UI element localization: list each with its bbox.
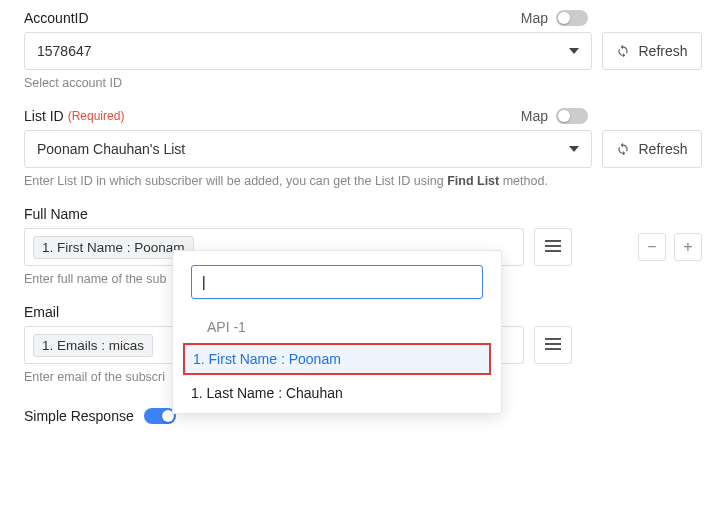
list-required-tag: (Required) [68, 109, 125, 123]
account-refresh-label: Refresh [638, 43, 687, 59]
list-helper-suffix: method. [499, 174, 548, 188]
fullname-field-group: Full Name 1. First Name : Poonam − + Ent… [24, 206, 702, 286]
list-label-row: List ID (Required) Map [24, 108, 702, 124]
account-helper: Select account ID [24, 76, 702, 90]
list-helper-bold: Find List [447, 174, 499, 188]
refresh-icon [616, 43, 630, 60]
hamburger-icon [545, 239, 561, 256]
list-select-value: Poonam Chauhan's List [37, 141, 185, 157]
account-map-area: Map [521, 10, 588, 26]
list-map-toggle[interactable] [556, 108, 588, 124]
account-refresh-button[interactable]: Refresh [602, 32, 702, 70]
variable-picker-popup: API -1 1. First Name : Poonam 1. Last Na… [172, 250, 502, 414]
popup-search-wrap [173, 251, 501, 309]
refresh-icon [616, 141, 630, 158]
popup-search-input[interactable] [191, 265, 483, 299]
caret-down-icon [569, 48, 579, 54]
list-helper: Enter List ID in which subscriber will b… [24, 174, 702, 188]
fullname-right-controls: − + [638, 233, 702, 261]
list-map-label: Map [521, 108, 548, 124]
fullname-label-row: Full Name [24, 206, 702, 222]
list-map-area: Map [521, 108, 588, 124]
caret-down-icon [569, 146, 579, 152]
simple-response-label: Simple Response [24, 408, 134, 424]
popup-option-firstname[interactable]: 1. First Name : Poonam [183, 343, 491, 375]
list-input-row: Poonam Chauhan's List Refresh [24, 130, 702, 168]
hamburger-icon [545, 337, 561, 354]
fullname-chip[interactable]: 1. First Name : Poonam [33, 236, 194, 259]
email-chip[interactable]: 1. Emails : micas [33, 334, 153, 357]
fullname-label: Full Name [24, 206, 88, 222]
account-map-label: Map [521, 10, 548, 26]
account-input-row: 1578647 Refresh [24, 32, 702, 70]
email-menu-button[interactable] [534, 326, 572, 364]
list-refresh-label: Refresh [638, 141, 687, 157]
fullname-menu-button[interactable] [534, 228, 572, 266]
list-field-group: List ID (Required) Map Poonam Chauhan's … [24, 108, 702, 188]
account-label: AccountID [24, 10, 89, 26]
simple-response-toggle[interactable] [144, 408, 176, 424]
account-map-toggle[interactable] [556, 10, 588, 26]
list-refresh-button[interactable]: Refresh [602, 130, 702, 168]
email-label: Email [24, 304, 59, 320]
add-button[interactable]: + [674, 233, 702, 261]
list-label: List ID [24, 108, 64, 124]
account-label-row: AccountID Map [24, 10, 702, 26]
popup-option-lastname[interactable]: 1. Last Name : Chauhan [173, 377, 501, 409]
list-select[interactable]: Poonam Chauhan's List [24, 130, 592, 168]
list-helper-prefix: Enter List ID in which subscriber will b… [24, 174, 447, 188]
account-select[interactable]: 1578647 [24, 32, 592, 70]
account-select-value: 1578647 [37, 43, 92, 59]
popup-group-label: API -1 [173, 309, 501, 341]
remove-button[interactable]: − [638, 233, 666, 261]
account-field-group: AccountID Map 1578647 Refresh Select acc… [24, 10, 702, 90]
